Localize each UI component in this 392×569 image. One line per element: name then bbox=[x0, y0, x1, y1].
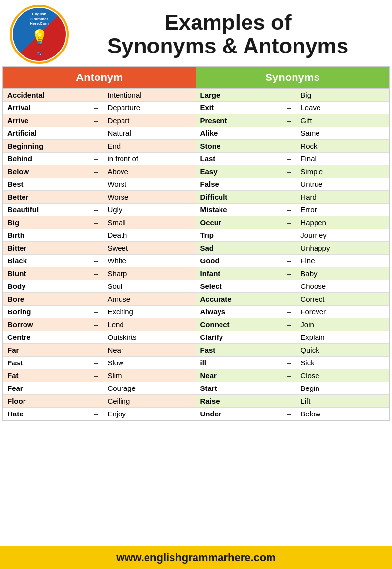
antonym-header: Antonym bbox=[3, 67, 196, 88]
synonym-word: Start bbox=[196, 382, 281, 395]
synonym-dash: – bbox=[281, 114, 296, 127]
antonym-pair: Courage bbox=[103, 382, 196, 395]
synonym-word: Clarify bbox=[196, 331, 281, 344]
antonym-word: Fear bbox=[3, 382, 88, 395]
synonym-dash: – bbox=[281, 382, 296, 395]
synonym-word: Last bbox=[196, 153, 281, 165]
synonym-dash: – bbox=[281, 408, 296, 421]
antonym-pair: Worst bbox=[103, 178, 196, 191]
antonym-word: Big bbox=[3, 216, 88, 229]
antonym-dash: – bbox=[88, 242, 103, 255]
synonym-dash: – bbox=[281, 357, 296, 369]
antonym-pair: Slow bbox=[103, 357, 196, 369]
antonym-pair: Sweet bbox=[103, 242, 196, 255]
antonym-word: Borrow bbox=[3, 318, 88, 331]
antonym-word: Accidental bbox=[3, 88, 88, 102]
antonym-dash: – bbox=[88, 88, 103, 102]
table-row: Accidental – Intentional Large – Big bbox=[3, 88, 389, 102]
antonym-dash: – bbox=[88, 267, 103, 280]
synonym-word: Alike bbox=[196, 127, 281, 140]
synonym-dash: – bbox=[281, 255, 296, 267]
antonym-word: Beginning bbox=[3, 140, 88, 153]
antonym-dash: – bbox=[88, 140, 103, 153]
antonym-word: Arrive bbox=[3, 114, 88, 127]
synonym-word: Under bbox=[196, 408, 281, 421]
synonym-word: Accurate bbox=[196, 293, 281, 306]
table-row: Arrive – Depart Present – Gift bbox=[3, 114, 389, 127]
antonym-pair: Natural bbox=[103, 127, 196, 140]
title-line1: Examples of bbox=[74, 11, 382, 34]
antonym-dash: – bbox=[88, 102, 103, 114]
synonym-word: Select bbox=[196, 280, 281, 293]
logo: EnglishGrammarHere.Com 💡 🇬🇧 bbox=[10, 5, 69, 64]
synonym-pair: Baby bbox=[296, 267, 389, 280]
table-row: Better – Worse Difficult – Hard bbox=[3, 191, 389, 204]
antonym-dash: – bbox=[88, 382, 103, 395]
synonym-pair: Explain bbox=[296, 331, 389, 344]
antonym-dash: – bbox=[88, 293, 103, 306]
synonym-dash: – bbox=[281, 88, 296, 102]
main-table: Antonym Synonyms Accidental – Intentiona… bbox=[2, 66, 390, 421]
synonym-pair: Hard bbox=[296, 191, 389, 204]
table-row: Blunt – Sharp Infant – Baby bbox=[3, 267, 389, 280]
antonym-dash: – bbox=[88, 280, 103, 293]
synonym-dash: – bbox=[281, 306, 296, 318]
table-row: Beginning – End Stone – Rock bbox=[3, 140, 389, 153]
table-container: Antonym Synonyms Accidental – Intentiona… bbox=[0, 66, 392, 546]
synonym-pair: Final bbox=[296, 153, 389, 165]
synonym-dash: – bbox=[281, 204, 296, 216]
table-row: Big – Small Occur – Happen bbox=[3, 216, 389, 229]
synonym-word: Good bbox=[196, 255, 281, 267]
antonym-word: Fat bbox=[3, 369, 88, 382]
antonym-pair: Sharp bbox=[103, 267, 196, 280]
page-title: Examples of Synonyms & Antonyms bbox=[74, 11, 382, 58]
synonym-dash: – bbox=[281, 344, 296, 357]
synonym-word: False bbox=[196, 178, 281, 191]
antonym-dash: – bbox=[88, 191, 103, 204]
footer: www.englishgrammarhere.com bbox=[0, 546, 392, 569]
antonym-word: Beautiful bbox=[3, 204, 88, 216]
table-row: Birth – Death Trip – Journey bbox=[3, 229, 389, 242]
synonym-dash: – bbox=[281, 102, 296, 114]
logo-inner: EnglishGrammarHere.Com 💡 🇬🇧 bbox=[13, 8, 66, 61]
table-header-row: Antonym Synonyms bbox=[3, 67, 389, 88]
antonym-pair: Outskirts bbox=[103, 331, 196, 344]
antonym-word: Fast bbox=[3, 357, 88, 369]
table-row: Hate – Enjoy Under – Below bbox=[3, 408, 389, 421]
table-row: Floor – Ceiling Raise – Lift bbox=[3, 395, 389, 408]
table-row: Bore – Amuse Accurate – Correct bbox=[3, 293, 389, 306]
antonym-pair: Amuse bbox=[103, 293, 196, 306]
antonym-pair: Depart bbox=[103, 114, 196, 127]
table-row: Below – Above Easy – Simple bbox=[3, 165, 389, 178]
synonym-dash: – bbox=[281, 140, 296, 153]
antonym-dash: – bbox=[88, 318, 103, 331]
antonym-dash: – bbox=[88, 127, 103, 140]
synonym-word: Difficult bbox=[196, 191, 281, 204]
table-row: Artificial – Natural Alike – Same bbox=[3, 127, 389, 140]
synonym-pair: Same bbox=[296, 127, 389, 140]
antonym-dash: – bbox=[88, 153, 103, 165]
footer-url[interactable]: www.englishgrammarhere.com bbox=[116, 551, 276, 564]
logo-bottom-text: 🇬🇧 bbox=[37, 52, 42, 56]
antonym-pair: Death bbox=[103, 229, 196, 242]
synonym-dash: – bbox=[281, 216, 296, 229]
antonym-pair: End bbox=[103, 140, 196, 153]
antonym-dash: – bbox=[88, 229, 103, 242]
synonym-pair: Leave bbox=[296, 102, 389, 114]
synonym-word: Near bbox=[196, 369, 281, 382]
antonym-word: Hate bbox=[3, 408, 88, 421]
synonym-pair: Fine bbox=[296, 255, 389, 267]
antonym-word: Boring bbox=[3, 306, 88, 318]
synonym-pair: Forever bbox=[296, 306, 389, 318]
synonym-dash: – bbox=[281, 369, 296, 382]
synonym-dash: – bbox=[281, 293, 296, 306]
antonym-pair: Worse bbox=[103, 191, 196, 204]
synonym-dash: – bbox=[281, 191, 296, 204]
table-row: Boring – Exciting Always – Forever bbox=[3, 306, 389, 318]
synonym-word: Occur bbox=[196, 216, 281, 229]
antonym-dash: – bbox=[88, 306, 103, 318]
antonym-word: Floor bbox=[3, 395, 88, 408]
antonym-word: Behind bbox=[3, 153, 88, 165]
antonym-dash: – bbox=[88, 344, 103, 357]
antonym-word: Far bbox=[3, 344, 88, 357]
